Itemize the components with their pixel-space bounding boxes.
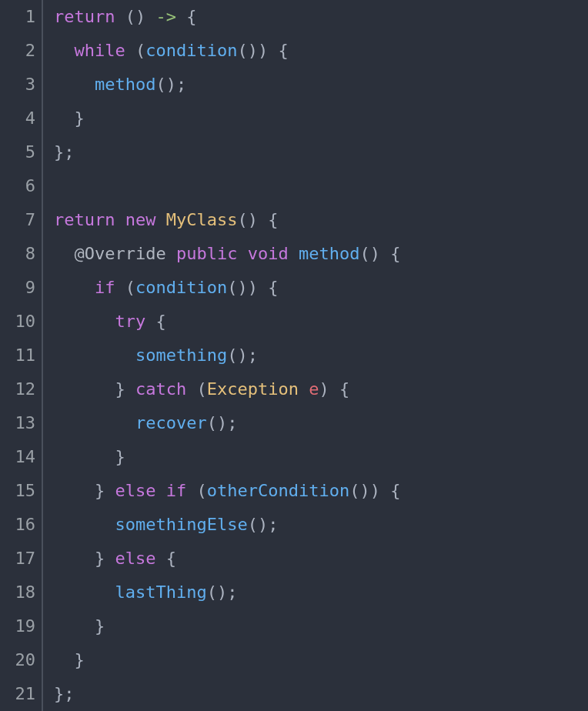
token-type: Exception xyxy=(207,379,299,399)
token-plain xyxy=(125,379,135,399)
token-plain xyxy=(329,379,339,399)
code-line[interactable]: } else if (otherCondition()) { xyxy=(54,474,400,508)
code-line[interactable]: method(); xyxy=(54,68,400,102)
token-func: method xyxy=(95,75,155,94)
code-line[interactable]: somethingElse(); xyxy=(54,508,400,542)
code-line[interactable]: } xyxy=(54,609,400,643)
code-line[interactable]: } xyxy=(54,643,400,677)
token-punc: { xyxy=(390,481,400,500)
token-plain xyxy=(299,379,309,399)
indent xyxy=(54,650,75,669)
indent xyxy=(54,582,115,602)
token-punc: { xyxy=(186,7,196,26)
line-number: 12 xyxy=(0,372,35,406)
token-plain xyxy=(176,7,186,26)
token-keyword: public xyxy=(176,244,237,263)
line-number: 19 xyxy=(0,609,35,643)
token-type: MyClass xyxy=(166,210,238,229)
code-line[interactable]: } xyxy=(54,102,400,135)
line-number: 15 xyxy=(0,474,35,508)
token-plain xyxy=(380,481,390,500)
code-line[interactable]: }; xyxy=(54,135,400,169)
token-punc: ( xyxy=(125,278,135,297)
token-punc: }; xyxy=(54,684,75,703)
token-punc: { xyxy=(339,379,349,399)
code-line[interactable]: return new MyClass() { xyxy=(54,203,400,237)
token-plain xyxy=(289,244,299,263)
line-number: 1 xyxy=(0,0,35,34)
token-plain xyxy=(145,312,155,331)
line-number: 4 xyxy=(0,102,35,135)
line-number: 2 xyxy=(0,34,35,68)
token-plain xyxy=(125,41,135,60)
token-func: recover xyxy=(135,413,207,432)
line-number: 9 xyxy=(0,271,35,305)
token-punc: ( xyxy=(196,379,206,399)
token-plain xyxy=(115,278,125,297)
token-func: condition xyxy=(145,41,237,60)
token-plain xyxy=(268,41,278,60)
token-keyword: else xyxy=(115,549,155,568)
token-func: something xyxy=(135,345,227,365)
token-keyword: catch xyxy=(135,379,186,399)
line-number: 17 xyxy=(0,542,35,576)
token-punc: () xyxy=(125,7,146,26)
code-line[interactable]: while (condition()) { xyxy=(54,34,400,68)
code-line[interactable]: } else { xyxy=(54,542,400,576)
token-keyword: return xyxy=(54,7,115,26)
code-line[interactable]: } xyxy=(54,440,400,474)
code-editor[interactable]: 123456789101112131415161718192021 return… xyxy=(0,0,588,711)
token-punc: (); xyxy=(248,515,279,534)
token-punc: } xyxy=(95,549,105,568)
code-line[interactable] xyxy=(54,169,400,203)
indent xyxy=(54,278,95,297)
code-line[interactable]: recover(); xyxy=(54,406,400,440)
token-plain xyxy=(186,379,196,399)
code-line[interactable]: return () -> { xyxy=(54,0,400,34)
indent xyxy=(54,447,115,466)
token-plain xyxy=(380,244,390,263)
token-keyword: if xyxy=(166,481,187,500)
token-punc: { xyxy=(166,549,176,568)
indent xyxy=(54,345,135,365)
token-plain xyxy=(166,244,176,263)
indent xyxy=(54,75,95,94)
token-keyword: else xyxy=(115,481,155,500)
token-punc: }; xyxy=(54,142,75,162)
token-punc: ( xyxy=(196,481,206,500)
token-punc: ()) xyxy=(227,278,258,297)
line-number: 13 xyxy=(0,406,35,440)
token-punc: (); xyxy=(155,75,186,94)
token-punc: ) xyxy=(319,379,329,399)
token-func: otherCondition xyxy=(207,481,349,500)
token-plain xyxy=(258,210,268,229)
code-line[interactable]: @Override public void method() { xyxy=(54,237,400,271)
code-line[interactable]: } catch (Exception e) { xyxy=(54,372,400,406)
indent xyxy=(54,515,115,534)
token-punc: ( xyxy=(135,41,145,60)
token-plain xyxy=(115,210,125,229)
line-number: 18 xyxy=(0,576,35,609)
token-punc: (); xyxy=(207,413,238,432)
token-punc: } xyxy=(75,650,85,669)
token-plain xyxy=(258,278,268,297)
code-line[interactable]: something(); xyxy=(54,339,400,372)
token-keyword: new xyxy=(125,210,156,229)
code-line[interactable]: if (condition()) { xyxy=(54,271,400,305)
code-line[interactable]: try { xyxy=(54,305,400,339)
line-number: 7 xyxy=(0,203,35,237)
line-number: 20 xyxy=(0,643,35,677)
code-line[interactable]: lastThing(); xyxy=(54,576,400,609)
indent xyxy=(54,379,115,399)
token-punc: } xyxy=(95,481,105,500)
token-anno: @Override xyxy=(75,244,166,263)
token-plain xyxy=(186,481,196,500)
code-area[interactable]: return () -> { while (condition()) { met… xyxy=(43,0,400,711)
token-ident: e xyxy=(309,379,319,399)
token-punc: ()) xyxy=(237,41,268,60)
token-func: condition xyxy=(135,278,227,297)
indent xyxy=(54,244,75,263)
code-line[interactable]: }; xyxy=(54,677,400,711)
indent xyxy=(54,312,115,331)
token-arrow: -> xyxy=(155,7,176,26)
